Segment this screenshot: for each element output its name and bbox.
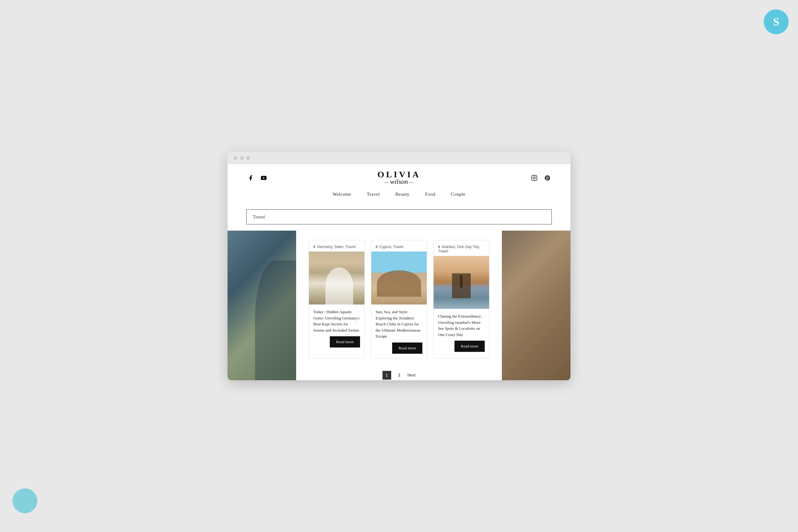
category-text: Travel xyxy=(253,214,265,220)
nav-travel[interactable]: Travel xyxy=(367,192,380,197)
card-cyprus-tags: # Cyprus, Travel xyxy=(371,240,427,251)
card-istanbul-actions: Read more xyxy=(434,341,489,356)
card-cyprus-title: Sun, Sea, and Style: Exploring the Trend… xyxy=(371,304,427,343)
nav-couple[interactable]: Couple xyxy=(451,192,466,197)
scribbr-badge: S xyxy=(764,10,788,34)
card-cyprus: # Cyprus, Travel Sun, Sea, and Style: Ex… xyxy=(371,240,427,358)
hero-section: # Germany, Swim, Travel Today / Hidden A… xyxy=(228,231,570,380)
card-germany-actions: Read more xyxy=(309,336,364,352)
nav-food[interactable]: Food xyxy=(425,192,435,197)
hero-background: # Germany, Swim, Travel Today / Hidden A… xyxy=(228,231,570,380)
site-content: OLIVIA wilson We xyxy=(228,164,570,380)
hero-center: # Germany, Swim, Travel Today / Hidden A… xyxy=(296,231,502,380)
site-header: OLIVIA wilson xyxy=(228,164,570,189)
card-germany-image xyxy=(309,251,364,304)
card-cyprus-image xyxy=(371,251,427,304)
card-germany-tags: # Germany, Swim, Travel xyxy=(309,240,364,251)
social-right xyxy=(530,174,552,182)
teal-decoration xyxy=(13,488,37,513)
page-2[interactable]: 2 xyxy=(395,371,404,380)
browser-chrome xyxy=(228,152,570,164)
nav-beauty[interactable]: Beauty xyxy=(395,192,410,197)
card-istanbul-tags: # Istanbul, One Day Trip, Travel xyxy=(434,240,489,256)
card-istanbul: # Istanbul, One Day Trip, Travel Chasing… xyxy=(433,240,489,358)
hero-bg-left xyxy=(228,231,296,380)
svg-rect-1 xyxy=(532,175,537,181)
site-nav: Welcome Travel Beauty Food Couple xyxy=(228,189,570,203)
browser-dot-red xyxy=(234,156,238,160)
instagram-icon[interactable] xyxy=(530,174,539,182)
card-cyprus-actions: Read more xyxy=(371,343,427,358)
read-more-germany[interactable]: Read more xyxy=(330,336,360,347)
facebook-icon[interactable] xyxy=(246,174,255,182)
browser-window: OLIVIA wilson We xyxy=(228,152,570,380)
page-1[interactable]: 1 xyxy=(382,371,391,380)
svg-point-2 xyxy=(533,177,535,179)
scribbr-letter: S xyxy=(773,15,779,28)
cards-grid: # Germany, Swim, Travel Today / Hidden A… xyxy=(309,240,489,358)
browser-dot-green xyxy=(246,156,250,160)
hero-bg-right xyxy=(502,231,570,380)
category-bar: Travel xyxy=(246,209,552,224)
card-istanbul-title: Chasing the Extraordinary: Unveiling Ist… xyxy=(434,309,489,341)
card-germany-title: Today / Hidden Aquatic Gems: Unveiling G… xyxy=(309,304,364,336)
pagination: 1 2 Next xyxy=(309,368,489,381)
logo-script: wilson xyxy=(378,178,421,186)
pinterest-icon[interactable] xyxy=(543,174,552,182)
card-istanbul-image xyxy=(434,256,489,309)
svg-point-3 xyxy=(535,176,536,177)
youtube-icon[interactable] xyxy=(259,174,268,182)
read-more-istanbul[interactable]: Read more xyxy=(455,341,485,352)
nav-welcome[interactable]: Welcome xyxy=(332,192,351,197)
page-next[interactable]: Next xyxy=(407,373,416,377)
social-left xyxy=(246,174,268,182)
card-germany: # Germany, Swim, Travel Today / Hidden A… xyxy=(309,240,365,358)
logo: OLIVIA wilson xyxy=(378,170,421,186)
browser-dot-yellow xyxy=(240,156,244,160)
read-more-cyprus[interactable]: Read more xyxy=(392,343,422,354)
